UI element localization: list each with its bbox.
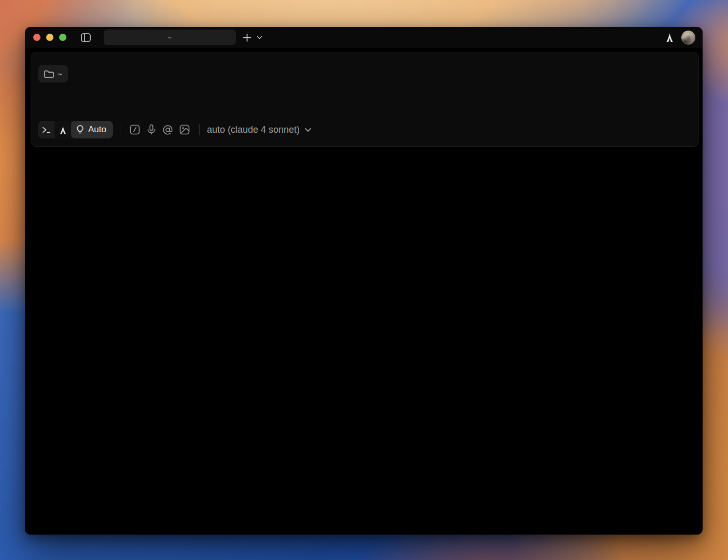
terminal-window: ~ (25, 27, 703, 535)
user-avatar[interactable] (681, 31, 695, 45)
folder-icon (44, 69, 54, 78)
tab-title: ~ (168, 34, 172, 41)
current-directory-chip[interactable]: ~ (38, 65, 68, 82)
terminal-prompt-icon (42, 126, 51, 134)
traffic-lights (33, 34, 66, 41)
zoom-button[interactable] (59, 34, 66, 41)
close-button[interactable] (33, 34, 40, 41)
slash-command-button[interactable] (127, 122, 143, 137)
slash-command-icon (129, 124, 141, 135)
at-mention-icon (162, 124, 173, 135)
model-selector-button[interactable]: auto (claude 4 sonnet) (207, 124, 312, 135)
chevron-down-icon (304, 128, 312, 132)
desktop-wallpaper: ~ (0, 0, 728, 560)
titlebar: ~ (25, 27, 703, 48)
titlebar-right (664, 31, 695, 45)
microphone-icon (146, 124, 157, 135)
image-icon (179, 124, 190, 135)
tab-home[interactable]: ~ (104, 30, 236, 45)
toolbar-icon-group (127, 122, 192, 137)
toolbar-divider (120, 124, 120, 135)
command-input-block[interactable]: ~ (31, 52, 699, 147)
minimize-button[interactable] (46, 34, 53, 41)
toolbar-divider (199, 124, 200, 135)
terminal-content-area: ~ (25, 48, 703, 535)
lightbulb-icon (76, 125, 85, 134)
input-toolbar: Auto (38, 121, 692, 138)
directory-label: ~ (58, 69, 62, 78)
sidebar-toggle-icon (81, 33, 91, 42)
sidebar-toggle-button[interactable] (80, 32, 91, 43)
terminal-mode-button[interactable] (38, 121, 54, 138)
tab-list-button[interactable] (254, 32, 265, 43)
agent-mode-button[interactable] (54, 121, 71, 138)
agent-logo-icon (59, 125, 67, 134)
model-selector-label: auto (claude 4 sonnet) (207, 124, 300, 135)
new-tab-button[interactable] (240, 31, 254, 44)
dictation-button[interactable] (144, 122, 159, 137)
attach-image-button[interactable] (177, 122, 192, 137)
auto-mode-label: Auto (88, 124, 106, 135)
chevron-down-icon (257, 36, 262, 39)
auto-mode-button[interactable]: Auto (71, 121, 113, 138)
plus-icon (243, 33, 251, 42)
mention-button[interactable] (160, 122, 176, 137)
mode-segmented-control: Auto (38, 121, 113, 138)
warp-logo-icon[interactable] (664, 32, 675, 43)
